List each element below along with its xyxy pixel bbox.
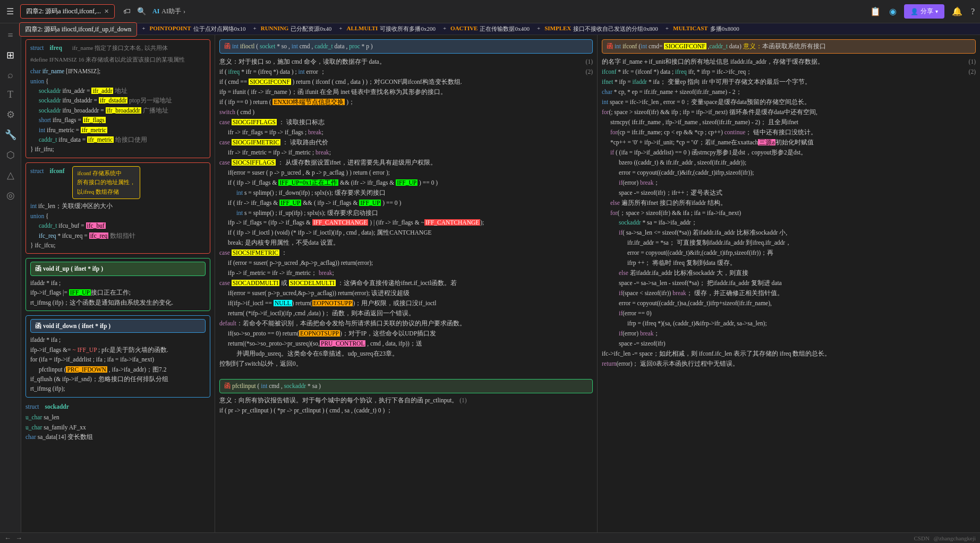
hamburger-icon[interactable]: ☰ bbox=[4, 4, 16, 19]
tab-tooltip: 四章2: 源码a ifioctl,ifconf,if_up,if_down bbox=[19, 22, 137, 37]
struct-sockaddr-title: sockaddr bbox=[45, 403, 69, 410]
topbar-right: 📋 ◉ 👤 分享 ▾ 🔔 ? bbox=[869, 4, 976, 19]
topbar-icons: 🏷 🔍 AI AI助手 › bbox=[123, 7, 185, 16]
watermark-csdn: CSDN bbox=[914, 535, 930, 541]
sidebar-icon-wrench[interactable]: 🔧 bbox=[2, 127, 19, 143]
mq-simplex: SIMPLEX bbox=[544, 25, 571, 33]
status-forward-icon[interactable]: → bbox=[15, 534, 22, 542]
marquee-bar: CANTCHANGE = BROADCAST广播0x2 + POINTOPOIN… bbox=[21, 23, 980, 35]
topbar-icon-2[interactable]: ◉ bbox=[888, 5, 898, 18]
ai-assistant-button[interactable]: AI AI助手 › bbox=[152, 7, 185, 16]
sidebar-icon-gear[interactable]: ⚙ bbox=[2, 107, 19, 123]
share-dropdown-arrow: ▾ bbox=[935, 8, 938, 14]
topbar: ☰ 四章2: 源码a ifioctl,ifconf,... ✕ 🏷 🔍 AI A… bbox=[0, 0, 980, 23]
main-layout: ≡ ⊞ ⌕ T ⚙ 🔧 ⬡ △ ◎ CANTCHANGE = BROADCAST… bbox=[0, 23, 980, 543]
status-bar: ← → CSDN @zhangchangkeji bbox=[0, 532, 980, 543]
right-panel-header: 函 int ifconf (int cmd= SIOCGIFCONF ,cadd… bbox=[602, 39, 976, 54]
fn-if-down-box: 函 void if_down ( ifnet * ifp ) ifaddr * … bbox=[25, 315, 210, 398]
sidebar-icon-hex[interactable]: ⬡ bbox=[2, 147, 19, 163]
share-person-icon: 👤 bbox=[910, 8, 918, 15]
struct-kw: struct bbox=[30, 45, 44, 51]
sidebar: ≡ ⊞ ⌕ T ⚙ 🔧 ⬡ △ ◎ bbox=[0, 23, 21, 543]
content-area: CANTCHANGE = BROADCAST广播0x2 + POINTOPOIN… bbox=[21, 23, 980, 543]
sidebar-icon-triangle[interactable]: △ bbox=[2, 167, 19, 183]
mq-pointopoint: POINTOPOINT bbox=[149, 25, 191, 33]
tag-icon[interactable]: 🏷 bbox=[123, 7, 131, 16]
ai-label: AI助手 bbox=[161, 7, 181, 16]
struct-ifreq-comment: ifr_name 指定了接口文本名, 以共用体 bbox=[72, 45, 168, 51]
sidebar-icon-circle[interactable]: ◎ bbox=[2, 187, 19, 203]
tab-label: 四章2: 源码a ifioctl,ifconf,... bbox=[26, 7, 101, 16]
search-icon[interactable]: 🔍 bbox=[137, 7, 146, 16]
status-back-icon[interactable]: ← bbox=[4, 534, 11, 542]
pfct-header: 函 pfctlinput ( int cmd , sockaddr * sa ) bbox=[219, 379, 593, 393]
mq-allmulti: ALLMULTI bbox=[347, 25, 378, 33]
struct-ifreq-define: #define IFNAMSIZ 16 来存储或者以此设置该接口的某项属性 bbox=[30, 55, 206, 65]
sidebar-icon-grid[interactable]: ⊞ bbox=[2, 47, 19, 63]
sidebar-icon-search[interactable]: ⌕ bbox=[2, 67, 19, 83]
help-icon[interactable]: ? bbox=[970, 6, 976, 18]
struct-ifconf-title: ifconf bbox=[49, 168, 64, 174]
bell-icon[interactable]: 🔔 bbox=[951, 5, 964, 18]
struct-ifreq-box: struct ifreq ifr_name 指定了接口文本名, 以共用体 #de… bbox=[25, 39, 210, 158]
sidebar-icon-menu[interactable]: ≡ bbox=[2, 28, 19, 43]
panels-grid: struct ifreq ifr_name 指定了接口文本名, 以共用体 #de… bbox=[21, 35, 980, 543]
sidebar-icon-text[interactable]: T bbox=[2, 87, 19, 102]
mq-multicast: MULTICAST bbox=[673, 25, 708, 33]
fn-if-up-box: 函 void if_up ( ifnet * ifp ) ifaddr * if… bbox=[25, 258, 210, 311]
mid-panel-header: 函 int ifioctl ( socket * so , int cmd , … bbox=[219, 39, 593, 54]
tab-close-button[interactable]: ✕ bbox=[104, 8, 109, 15]
topbar-icon-1[interactable]: 📋 bbox=[869, 5, 882, 18]
mq-oactive: OACTIVE bbox=[450, 25, 478, 33]
mq-running: RUNNING bbox=[261, 25, 289, 33]
ifreq-ifr-addr: ifr_addr bbox=[91, 88, 113, 94]
share-button[interactable]: 👤 分享 ▾ bbox=[904, 4, 944, 19]
right-panel[interactable]: 函 int ifconf (int cmd= SIOCGIFCONF ,cadd… bbox=[598, 35, 980, 543]
ai-logo: AI bbox=[152, 7, 159, 15]
mid-panel[interactable]: 函 int ifioctl ( socket * so , int cmd , … bbox=[215, 35, 598, 543]
share-label: 分享 bbox=[921, 7, 933, 16]
watermark-user: @zhangchangkeji bbox=[934, 535, 976, 541]
struct-sockaddr-box: struct sockaddr u_char sa_len u_char sa_… bbox=[25, 402, 210, 442]
left-panel[interactable]: struct ifreq ifr_name 指定了接口文本名, 以共用体 #de… bbox=[21, 35, 215, 543]
fn-if-up-header: 函 void if_up ( ifnet * ifp ) bbox=[30, 262, 206, 275]
struct-ifreq-title: ifreq bbox=[49, 45, 62, 51]
ai-arrow: › bbox=[183, 7, 185, 15]
ifconf-tooltip: ifconf 存储系统中所有接口的地址属性，以ifreq 数组存储 bbox=[72, 166, 140, 200]
fn-if-down-header: 函 void if_down ( ifnet * ifp ) bbox=[30, 319, 206, 333]
struct-ifconf-box: struct ifconf ifconf 存储系统中所有接口的地址属性，以ifr… bbox=[25, 162, 210, 254]
active-tab[interactable]: 四章2: 源码a ifioctl,ifconf,... ✕ bbox=[20, 4, 115, 19]
